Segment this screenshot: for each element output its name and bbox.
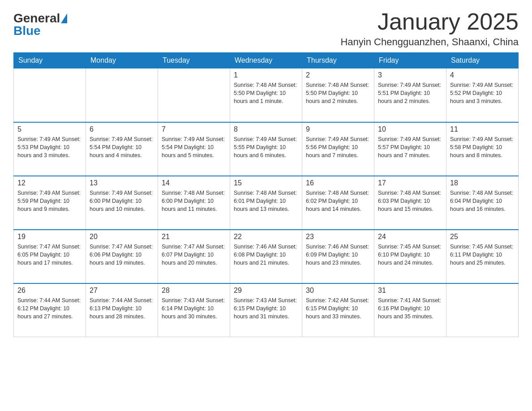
calendar-day-cell: 31Sunrise: 7:41 AM Sunset: 6:16 PM Dayli… <box>374 283 446 337</box>
day-info: Sunrise: 7:47 AM Sunset: 6:05 PM Dayligh… <box>17 243 82 267</box>
day-number: 25 <box>450 233 515 241</box>
calendar-day-cell: 14Sunrise: 7:48 AM Sunset: 6:00 PM Dayli… <box>158 176 230 230</box>
day-number: 9 <box>306 125 370 133</box>
calendar-day-cell: 7Sunrise: 7:49 AM Sunset: 5:54 PM Daylig… <box>158 122 230 176</box>
day-number: 3 <box>378 71 442 79</box>
day-info: Sunrise: 7:49 AM Sunset: 6:00 PM Dayligh… <box>90 189 154 213</box>
calendar-week-row: 5Sunrise: 7:49 AM Sunset: 5:53 PM Daylig… <box>14 122 519 176</box>
calendar-day-cell: 11Sunrise: 7:49 AM Sunset: 5:58 PM Dayli… <box>446 122 519 176</box>
calendar-day-cell: 16Sunrise: 7:48 AM Sunset: 6:02 PM Dayli… <box>302 176 374 230</box>
day-info: Sunrise: 7:49 AM Sunset: 5:56 PM Dayligh… <box>306 135 370 159</box>
day-info: Sunrise: 7:46 AM Sunset: 6:08 PM Dayligh… <box>234 243 298 267</box>
day-info: Sunrise: 7:49 AM Sunset: 5:51 PM Dayligh… <box>378 81 442 105</box>
day-number: 20 <box>90 233 154 241</box>
calendar-day-cell: 23Sunrise: 7:46 AM Sunset: 6:09 PM Dayli… <box>302 230 374 283</box>
day-info: Sunrise: 7:49 AM Sunset: 5:53 PM Dayligh… <box>17 135 82 159</box>
calendar-day-cell: 6Sunrise: 7:49 AM Sunset: 5:54 PM Daylig… <box>86 122 158 176</box>
day-info: Sunrise: 7:49 AM Sunset: 5:54 PM Dayligh… <box>90 135 154 159</box>
calendar-week-row: 19Sunrise: 7:47 AM Sunset: 6:05 PM Dayli… <box>14 230 519 283</box>
day-info: Sunrise: 7:49 AM Sunset: 5:58 PM Dayligh… <box>450 135 515 159</box>
day-number: 17 <box>378 179 442 187</box>
day-info: Sunrise: 7:49 AM Sunset: 5:55 PM Dayligh… <box>234 135 298 159</box>
day-number: 29 <box>234 287 298 295</box>
calendar-day-cell: 17Sunrise: 7:48 AM Sunset: 6:03 PM Dayli… <box>374 176 446 230</box>
day-info: Sunrise: 7:42 AM Sunset: 6:15 PM Dayligh… <box>306 296 370 321</box>
title-area: January 2025 Hanyin Chengguanzhen, Shaan… <box>340 9 519 48</box>
day-number: 10 <box>378 125 442 133</box>
day-number: 14 <box>162 179 226 187</box>
calendar-day-cell: 22Sunrise: 7:46 AM Sunset: 6:08 PM Dayli… <box>230 230 302 283</box>
day-info: Sunrise: 7:48 AM Sunset: 5:50 PM Dayligh… <box>306 81 370 105</box>
calendar-header-row: SundayMondayTuesdayWednesdayThursdayFrid… <box>14 53 519 68</box>
calendar-day-cell: 2Sunrise: 7:48 AM Sunset: 5:50 PM Daylig… <box>302 68 374 122</box>
day-info: Sunrise: 7:43 AM Sunset: 6:15 PM Dayligh… <box>234 296 298 321</box>
day-of-week-header: Saturday <box>446 53 519 68</box>
calendar-day-cell: 1Sunrise: 7:48 AM Sunset: 5:50 PM Daylig… <box>230 68 302 122</box>
day-number: 22 <box>234 233 298 241</box>
logo-blue-text: Blue <box>13 24 41 38</box>
calendar-day-cell <box>14 68 86 122</box>
day-number: 15 <box>234 179 298 187</box>
calendar-day-cell <box>86 68 158 122</box>
calendar-day-cell: 21Sunrise: 7:47 AM Sunset: 6:07 PM Dayli… <box>158 230 230 283</box>
day-number: 8 <box>234 125 298 133</box>
day-info: Sunrise: 7:48 AM Sunset: 6:00 PM Dayligh… <box>162 189 226 213</box>
calendar-week-row: 12Sunrise: 7:49 AM Sunset: 5:59 PM Dayli… <box>14 176 519 230</box>
calendar-week-row: 26Sunrise: 7:44 AM Sunset: 6:12 PM Dayli… <box>14 283 519 337</box>
day-of-week-header: Friday <box>374 53 446 68</box>
day-number: 12 <box>17 179 82 187</box>
calendar-day-cell: 25Sunrise: 7:45 AM Sunset: 6:11 PM Dayli… <box>446 230 519 283</box>
day-number: 27 <box>90 287 154 295</box>
calendar-day-cell: 10Sunrise: 7:49 AM Sunset: 5:57 PM Dayli… <box>374 122 446 176</box>
day-number: 2 <box>306 71 370 79</box>
day-number: 5 <box>17 125 82 133</box>
day-number: 21 <box>162 233 226 241</box>
day-info: Sunrise: 7:43 AM Sunset: 6:14 PM Dayligh… <box>162 296 226 321</box>
day-number: 16 <box>306 179 370 187</box>
day-number: 7 <box>162 125 226 133</box>
day-number: 30 <box>306 287 370 295</box>
calendar-day-cell <box>158 68 230 122</box>
day-number: 13 <box>90 179 154 187</box>
location-title: Hanyin Chengguanzhen, Shaanxi, China <box>340 36 519 48</box>
day-of-week-header: Monday <box>86 53 158 68</box>
calendar-day-cell: 8Sunrise: 7:49 AM Sunset: 5:55 PM Daylig… <box>230 122 302 176</box>
calendar-day-cell: 20Sunrise: 7:47 AM Sunset: 6:06 PM Dayli… <box>86 230 158 283</box>
day-info: Sunrise: 7:47 AM Sunset: 6:06 PM Dayligh… <box>90 243 154 267</box>
day-info: Sunrise: 7:48 AM Sunset: 6:01 PM Dayligh… <box>234 189 298 213</box>
calendar-day-cell: 3Sunrise: 7:49 AM Sunset: 5:51 PM Daylig… <box>374 68 446 122</box>
calendar-table: SundayMondayTuesdayWednesdayThursdayFrid… <box>13 52 519 337</box>
day-info: Sunrise: 7:48 AM Sunset: 6:03 PM Dayligh… <box>378 189 442 213</box>
calendar-day-cell: 24Sunrise: 7:45 AM Sunset: 6:10 PM Dayli… <box>374 230 446 283</box>
day-of-week-header: Tuesday <box>158 53 230 68</box>
day-info: Sunrise: 7:48 AM Sunset: 5:50 PM Dayligh… <box>234 81 298 105</box>
day-info: Sunrise: 7:49 AM Sunset: 5:59 PM Dayligh… <box>17 189 82 213</box>
calendar-day-cell: 27Sunrise: 7:44 AM Sunset: 6:13 PM Dayli… <box>86 283 158 337</box>
calendar-day-cell: 12Sunrise: 7:49 AM Sunset: 5:59 PM Dayli… <box>14 176 86 230</box>
day-number: 4 <box>450 71 515 79</box>
calendar-day-cell: 19Sunrise: 7:47 AM Sunset: 6:05 PM Dayli… <box>14 230 86 283</box>
day-of-week-header: Sunday <box>14 53 86 68</box>
day-number: 31 <box>378 287 442 295</box>
day-info: Sunrise: 7:49 AM Sunset: 5:54 PM Dayligh… <box>162 135 226 159</box>
month-title: January 2025 <box>340 9 519 34</box>
calendar-week-row: 1Sunrise: 7:48 AM Sunset: 5:50 PM Daylig… <box>14 68 519 122</box>
day-info: Sunrise: 7:48 AM Sunset: 6:02 PM Dayligh… <box>306 189 370 213</box>
day-info: Sunrise: 7:45 AM Sunset: 6:11 PM Dayligh… <box>450 243 515 267</box>
day-info: Sunrise: 7:44 AM Sunset: 6:13 PM Dayligh… <box>90 296 154 321</box>
calendar-day-cell: 5Sunrise: 7:49 AM Sunset: 5:53 PM Daylig… <box>14 122 86 176</box>
calendar-day-cell: 30Sunrise: 7:42 AM Sunset: 6:15 PM Dayli… <box>302 283 374 337</box>
day-info: Sunrise: 7:44 AM Sunset: 6:12 PM Dayligh… <box>17 296 82 321</box>
calendar-day-cell: 9Sunrise: 7:49 AM Sunset: 5:56 PM Daylig… <box>302 122 374 176</box>
day-number: 23 <box>306 233 370 241</box>
day-info: Sunrise: 7:48 AM Sunset: 6:04 PM Dayligh… <box>450 189 515 213</box>
calendar-day-cell: 18Sunrise: 7:48 AM Sunset: 6:04 PM Dayli… <box>446 176 519 230</box>
day-number: 18 <box>450 179 515 187</box>
day-number: 11 <box>450 125 515 133</box>
day-info: Sunrise: 7:41 AM Sunset: 6:16 PM Dayligh… <box>378 296 442 321</box>
calendar-day-cell: 26Sunrise: 7:44 AM Sunset: 6:12 PM Dayli… <box>14 283 86 337</box>
calendar-day-cell: 29Sunrise: 7:43 AM Sunset: 6:15 PM Dayli… <box>230 283 302 337</box>
logo: General Blue <box>13 9 67 38</box>
day-info: Sunrise: 7:46 AM Sunset: 6:09 PM Dayligh… <box>306 243 370 267</box>
day-info: Sunrise: 7:47 AM Sunset: 6:07 PM Dayligh… <box>162 243 226 267</box>
